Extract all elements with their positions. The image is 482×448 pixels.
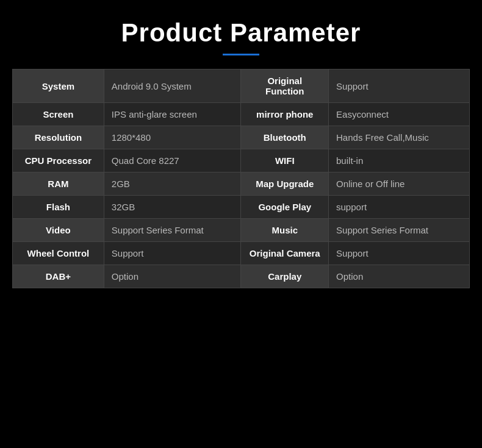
value-left: 32GB (104, 196, 241, 219)
label-right: Original Function (241, 69, 329, 103)
title-underline (223, 54, 259, 55)
value-right: Online or Off line (329, 172, 470, 196)
label-left: Video (13, 219, 104, 242)
value-right: support (329, 196, 470, 219)
value-left: IPS anti-glare screen (104, 103, 241, 126)
value-left: Quad Core 8227 (104, 149, 241, 172)
label-right: Map Upgrade (241, 172, 329, 196)
value-left: 1280*480 (104, 126, 241, 149)
table-row: ScreenIPS anti-glare screenmirror phoneE… (13, 103, 470, 126)
label-left: Screen (13, 103, 104, 126)
value-right: Support (329, 69, 470, 103)
parameter-table: SystemAndroid 9.0 SystemOriginal Functio… (12, 69, 470, 288)
label-right: Original Camera (241, 242, 329, 265)
label-left: Wheel Control (13, 242, 104, 265)
value-right: built-in (329, 149, 470, 172)
label-right: Google Play (241, 196, 329, 219)
table-row: Wheel ControlSupportOriginal CameraSuppo… (13, 242, 470, 265)
label-left: CPU Processor (13, 149, 104, 172)
label-right: WIFI (241, 149, 329, 172)
value-right: Hands Free Call,Music (329, 126, 470, 149)
label-left: Flash (13, 196, 104, 219)
label-right: Music (241, 219, 329, 242)
table-row: SystemAndroid 9.0 SystemOriginal Functio… (13, 69, 470, 103)
label-left: DAB+ (13, 265, 104, 288)
label-left: Resolution (13, 126, 104, 149)
table-row: VideoSupport Series FormatMusicSupport S… (13, 219, 470, 242)
table-row: Flash32GBGoogle Playsupport (13, 196, 470, 219)
value-right: Option (329, 265, 470, 288)
table-row: RAM2GBMap UpgradeOnline or Off line (13, 172, 470, 196)
label-right: mirror phone (241, 103, 329, 126)
table-row: Resolution1280*480BluetoothHands Free Ca… (13, 126, 470, 149)
value-left: Support (104, 242, 241, 265)
label-right: Carplay (241, 265, 329, 288)
label-left: RAM (13, 172, 104, 196)
value-left: 2GB (104, 172, 241, 196)
value-left: Android 9.0 System (104, 69, 241, 103)
label-right: Bluetooth (241, 126, 329, 149)
label-left: System (13, 69, 104, 103)
value-right: Easyconnect (329, 103, 470, 126)
value-left: Option (104, 265, 241, 288)
value-right: Support (329, 242, 470, 265)
page-title: Product Parameter (121, 18, 361, 48)
value-left: Support Series Format (104, 219, 241, 242)
table-row: CPU ProcessorQuad Core 8227WIFIbuilt-in (13, 149, 470, 172)
value-right: Support Series Format (329, 219, 470, 242)
table-row: DAB+OptionCarplayOption (13, 265, 470, 288)
